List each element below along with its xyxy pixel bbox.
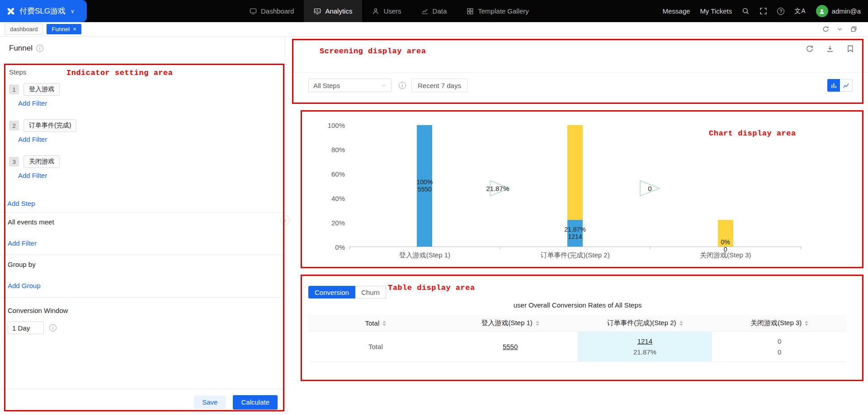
tab-dashboard[interactable]: dashboard: [5, 23, 43, 35]
tab-label: dashboard: [10, 26, 38, 33]
avatar: [816, 5, 828, 17]
step-event-tag[interactable]: 关闭游戏: [24, 155, 60, 168]
sort-icon[interactable]: [382, 319, 386, 328]
info-icon[interactable]: i: [49, 324, 57, 331]
nav-label: Users: [383, 7, 401, 15]
chart-type-toggles: [827, 79, 853, 92]
sort-icon[interactable]: [679, 319, 683, 328]
add-group-link[interactable]: Add Group: [8, 282, 41, 289]
step-event-tag[interactable]: 订单事件(完成): [24, 119, 76, 132]
nav-item-dashboard[interactable]: Dashboard: [240, 0, 304, 22]
funnel-step-3: 3 关闭游戏 Add Filter: [9, 155, 276, 180]
total-cell: Total: [308, 331, 443, 361]
conversion-rate-label: 21.87%: [486, 184, 509, 192]
add-step-link[interactable]: Add Step: [7, 200, 35, 207]
conversion-window-section: Conversion Window i: [0, 298, 285, 341]
refresh-icon[interactable]: [822, 26, 829, 33]
conversion-churn-toggle: Conversion Churn: [308, 286, 847, 298]
global-filter-section: All events meet Add Filter: [0, 213, 285, 255]
chevron-down-icon: ∨: [71, 8, 75, 14]
my-tickets-link[interactable]: My Tickets: [700, 7, 732, 15]
user-menu[interactable]: admin@a: [816, 5, 861, 17]
logo-pinwheel-icon: [6, 7, 15, 16]
calculate-button[interactable]: Calculate: [233, 395, 278, 410]
column-header-step3: 关闭游戏(Step 3): [712, 315, 847, 331]
tabbar-actions: [822, 26, 863, 33]
conversion-rate-label: 0: [648, 184, 651, 192]
conversion-window-input[interactable]: [8, 322, 44, 334]
close-icon[interactable]: ×: [73, 26, 76, 33]
restore-window-icon[interactable]: [850, 26, 857, 33]
chevron-down-icon: [381, 83, 387, 88]
x-axis-label: 登入游戏(Step 1): [357, 251, 492, 260]
step1-value-link[interactable]: 5550: [503, 343, 518, 350]
chevron-down-icon[interactable]: [837, 26, 843, 32]
info-icon[interactable]: i: [36, 45, 43, 52]
panel-title: Funnel: [9, 44, 33, 53]
add-filter-link[interactable]: Add Filter: [18, 99, 47, 107]
step2-cell: 1214 21.87%: [578, 331, 712, 361]
conversion-toggle[interactable]: Conversion: [308, 286, 355, 298]
y-axis-tick: 0%: [335, 243, 345, 251]
bar-chart-toggle[interactable]: [827, 79, 840, 92]
churn-toggle[interactable]: Churn: [355, 286, 386, 298]
column-header-total: Total: [308, 315, 443, 331]
funnel-step-2: 2 订单事件(完成) Add Filter: [9, 119, 276, 144]
sort-icon[interactable]: [805, 319, 808, 328]
add-filter-link[interactable]: Add Filter: [18, 135, 47, 143]
data-icon: [421, 8, 429, 15]
steps-filter-select[interactable]: All Steps: [308, 79, 392, 92]
help-icon[interactable]: ?: [777, 8, 784, 15]
translate-icon[interactable]: 文A: [794, 7, 806, 15]
tab-funnel[interactable]: Funnel ×: [47, 24, 81, 34]
analytics-icon: [314, 8, 321, 15]
step2-value-link[interactable]: 1214: [637, 337, 652, 345]
topnav-right: Message My Tickets ? 文A admin@a: [663, 5, 868, 17]
table-display-area: Conversion Churn user Overall Conversion…: [308, 286, 847, 362]
indicator-setting-panel: Funnel i Steps 1 登入游戏 Add Filter 2 订单事件(…: [0, 37, 285, 415]
save-report-icon[interactable]: [846, 45, 854, 53]
message-link[interactable]: Message: [663, 7, 690, 15]
nav-item-users[interactable]: Users: [362, 0, 411, 22]
nav-item-data[interactable]: Data: [411, 0, 457, 22]
nav-item-analytics[interactable]: Analytics: [304, 0, 362, 22]
fullscreen-icon[interactable]: [760, 7, 767, 15]
steps-section: Steps 1 登入游戏 Add Filter 2 订单事件(完成) Add F…: [0, 53, 285, 212]
table-title: user Overall Conversion Rates of All Ste…: [308, 301, 847, 309]
funnel-chart: 100%80%60%40%20%0% 100%555021.87%12140%0…: [286, 125, 801, 261]
collapse-panel-handle[interactable]: ‹: [280, 215, 290, 225]
search-icon[interactable]: [742, 7, 750, 15]
y-axis-tick: 100%: [328, 121, 345, 129]
all-events-meet-label: All events meet: [8, 218, 277, 226]
funnel-conversion-arrow: 0: [638, 178, 662, 198]
header-label: 关闭游戏(Step 3): [750, 319, 802, 327]
step-event-tag[interactable]: 登入游戏: [24, 83, 60, 96]
refresh-icon[interactable]: [806, 45, 814, 53]
template-gallery-icon: [467, 8, 474, 15]
column-header-step1: 登入游戏(Step 1): [443, 315, 578, 331]
info-icon[interactable]: i: [399, 82, 406, 89]
funnel-conversion-arrow: 21.87%: [488, 178, 512, 198]
date-range-value: Recent 7 days: [418, 82, 461, 89]
line-chart-toggle[interactable]: [840, 79, 853, 92]
project-name: 付费SLG游戏: [19, 6, 66, 16]
step2-rate: 21.87%: [578, 348, 712, 356]
step-index-badge: 1: [9, 84, 19, 94]
bar-value-label: 21.87%1214: [555, 226, 595, 240]
project-switcher[interactable]: 付费SLG游戏 ∨: [0, 0, 87, 22]
add-filter-link[interactable]: Add Filter: [8, 239, 37, 247]
question-mark-glyph: ?: [777, 8, 784, 15]
bar-value-label: 100%5550: [404, 178, 445, 193]
step3-cell: 0 0: [712, 331, 847, 361]
axis-tick-mark: [801, 247, 801, 249]
header-label: Total: [365, 319, 380, 327]
column-header-step2: 订单事件(完成)(Step 2): [578, 315, 712, 331]
nav-item-template-gallery[interactable]: Template Gallery: [457, 0, 539, 22]
date-range-button[interactable]: Recent 7 days: [411, 79, 467, 92]
sort-icon[interactable]: [536, 319, 539, 328]
divider: [286, 72, 868, 73]
add-filter-link[interactable]: Add Filter: [18, 172, 47, 179]
download-icon[interactable]: [826, 45, 834, 53]
group-by-section: Group by Add Group: [0, 255, 285, 297]
save-button[interactable]: Save: [194, 396, 226, 409]
